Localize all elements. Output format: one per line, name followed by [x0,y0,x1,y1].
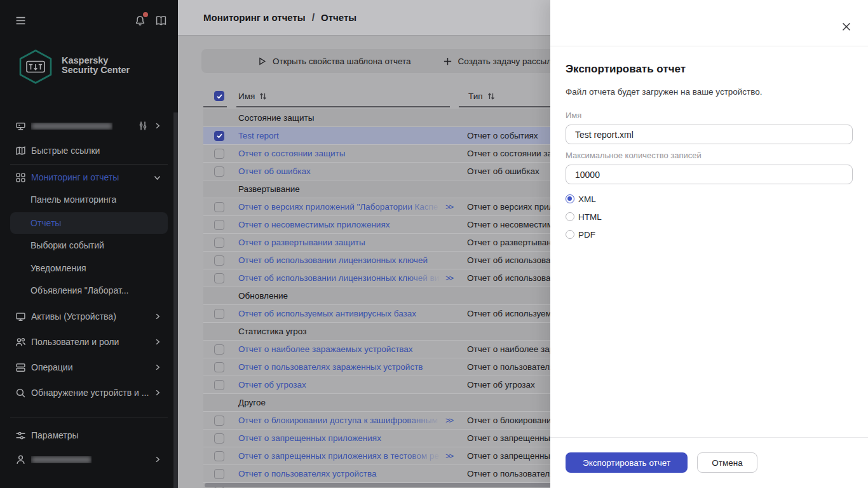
report-name-link[interactable]: Отчет о наиболее заражаемых устройствах [238,344,443,354]
expand-icon[interactable]: >> [445,416,452,425]
chevron-down-icon[interactable] [153,173,161,182]
sliders-vertical-icon[interactable] [138,121,148,131]
export-report-button[interactable]: Экспортировать отчет [566,452,688,473]
sidebar-item-label: Отчеты [31,218,61,228]
row-checkbox[interactable] [214,380,224,390]
row-checkbox[interactable] [214,273,224,283]
radio-unselected-icon[interactable] [566,212,574,221]
report-name-link[interactable]: Test report [238,131,443,140]
report-name-link[interactable]: Отчет об используемых антивирусных базах [238,309,443,318]
report-name-link[interactable]: Отчет об угрозах [238,380,443,390]
users-icon [15,337,26,348]
row-checkbox[interactable] [214,433,224,444]
expand-icon[interactable]: >> [445,451,452,461]
open-report-template-properties-button[interactable]: Открыть свойства шаблона отчета [257,57,411,66]
row-checkbox[interactable] [214,238,224,248]
report-name-link[interactable]: Отчет об использовании лицензионных ключ… [238,273,443,283]
report-name-link[interactable]: Отчет об использовании лицензионных ключ… [238,255,443,265]
sidebar-item-managed-server[interactable] [10,114,168,138]
menu-icon[interactable] [15,15,26,26]
row-checkbox[interactable] [214,131,224,141]
logo-line2: Security Center [62,65,130,75]
chevron-right-icon[interactable] [154,363,161,371]
chevron-right-icon[interactable] [154,338,161,346]
format-radio-group: XMLHTMLPDF [566,194,602,240]
row-checkbox[interactable] [214,451,224,461]
sidebar-item-user-account[interactable] [10,447,168,471]
kaspersky-logo: KasperskySecurity Center [18,49,130,85]
report-name-link[interactable]: Отчет об ошибках [238,166,443,176]
create-delivery-task-button[interactable]: Создать задачу рассылки [443,57,560,66]
max-records-field[interactable]: 10000 [566,165,853,184]
radio-unselected-icon[interactable] [566,230,574,239]
sidebar-item-label: Панель мониторинга [31,194,116,205]
format-radio-html[interactable]: HTML [566,212,602,222]
group-label: Состояние защиты [238,113,314,123]
sidebar-item-announcements[interactable]: Объявления "Лаборат... [10,278,168,302]
report-name-link[interactable]: Отчет о состоянии защиты [238,149,443,158]
notification-badge [143,12,148,17]
report-name-link[interactable]: Отчет о несовместимых приложениях [238,220,443,229]
report-name-link[interactable]: Отчет о запрещенных приложениях в тестов… [238,451,443,461]
format-radio-xml[interactable]: XML [566,194,602,204]
sidebar-item-assets-devices[interactable]: Активы (Устройства) [10,304,168,329]
row-checkbox[interactable] [214,149,224,159]
row-checkbox[interactable] [214,166,224,177]
sidebar-item-reports[interactable]: Отчеты [10,212,168,234]
blurred-text [31,123,112,130]
close-icon[interactable] [841,22,851,32]
row-checkbox[interactable] [214,255,224,266]
column-header-type[interactable]: Тип [468,92,495,101]
chevron-right-icon[interactable] [154,389,161,396]
radio-selected-icon[interactable] [566,194,574,203]
sidebar-item-parameters[interactable]: Параметры [10,423,168,447]
select-all-checkbox[interactable] [214,91,224,101]
name-field-label: Имя [566,111,581,120]
sliders-icon [15,430,26,441]
report-name-link[interactable]: Отчет о пользователях зараженных устройс… [238,362,443,372]
row-checkbox[interactable] [214,469,224,479]
report-name-link[interactable]: Отчет о развертывании защиты [238,238,443,247]
report-name-link[interactable]: Отчет о пользователях устройства [238,469,443,478]
chevron-right-icon[interactable] [154,313,161,320]
chevron-right-icon[interactable] [154,456,161,463]
sidebar-divider [10,417,168,417]
column-header-name[interactable]: Имя [238,92,267,101]
sidebar-item-monitoring-reports[interactable]: Мониторинг и отчеты [10,165,168,189]
row-checkbox[interactable] [214,344,224,355]
search-icon [15,388,26,398]
report-name-link[interactable]: Отчет о блокировании доступа к зашифрова… [238,416,443,425]
expand-icon[interactable]: >> [445,202,452,212]
row-checkbox[interactable] [214,362,224,372]
export-report-panel: Экспортировать отчет Файл отчета будет з… [550,0,868,488]
sidebar-scrollbar[interactable] [173,112,178,488]
name-field[interactable]: Test report.xml [566,125,853,144]
panel-title: Экспортировать отчет [566,63,686,76]
sidebar-item-users-roles[interactable]: Пользователи и роли [10,330,168,354]
format-radio-pdf[interactable]: PDF [566,229,602,240]
sidebar-item-device-discovery[interactable]: Обнаружение устройств и ... [10,381,168,405]
sidebar-item-label: Активы (Устройства) [31,311,116,322]
sidebar-item-operations[interactable]: Операции [10,355,168,379]
sidebar-item-label: Обнаружение устройств и ... [31,388,149,398]
sidebar-item-event-selections[interactable]: Выборки событий [10,233,168,257]
book-icon[interactable] [156,15,166,26]
sidebar-item-notifications[interactable]: Уведомления [10,256,168,280]
sidebar-item-label: Пользователи и роли [31,337,119,347]
sidebar: KasperskySecurity Center Быстрые ссылкиМ… [0,0,178,488]
row-checkbox[interactable] [214,202,224,212]
cancel-button[interactable]: Отмена [697,452,757,473]
row-checkbox[interactable] [214,309,224,319]
chevron-right-icon[interactable] [154,122,161,130]
row-checkbox[interactable] [214,220,224,230]
group-label: Статистика угроз [238,327,306,336]
report-name-link[interactable]: Отчет о версиях приложений "Лаборатории … [238,202,443,212]
report-name-link[interactable]: Отчет о запрещенных приложениях [238,433,443,443]
blurred-text [31,456,92,463]
sidebar-item-quick-links[interactable]: Быстрые ссылки [10,139,168,163]
breadcrumb-monitoring[interactable]: Мониторинг и отчеты [203,12,306,23]
expand-icon[interactable]: >> [445,273,452,283]
sidebar-item-monitoring-panel[interactable]: Панель мониторинга [10,187,168,212]
breadcrumb-separator: / [312,12,315,24]
row-checkbox[interactable] [214,416,224,426]
